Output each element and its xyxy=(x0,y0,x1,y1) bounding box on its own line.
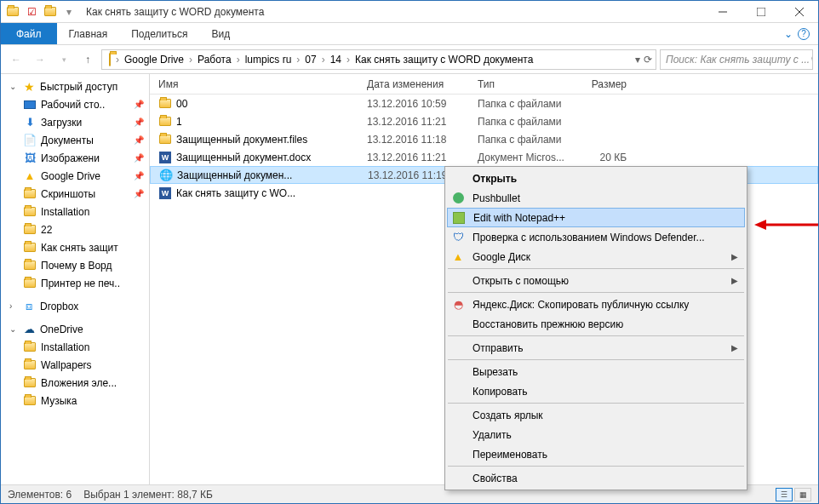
close-button[interactable] xyxy=(780,1,818,23)
tab-share[interactable]: Поделиться xyxy=(119,23,199,44)
context-menu-item[interactable]: Создать ярлык xyxy=(447,405,745,425)
sidebar-item[interactable]: Wallpapers xyxy=(1,356,149,374)
sidebar-item[interactable]: 📄 Документы 📌 xyxy=(1,131,149,149)
sidebar-item[interactable]: Рабочий сто.. 📌 xyxy=(1,95,149,113)
sidebar-onedrive[interactable]: ⌄ ☁ OneDrive xyxy=(1,320,149,338)
file-row[interactable]: WЗащищенный документ.docx 13.12.2016 11:… xyxy=(150,148,818,166)
menu-item-label: Открыть с помощью xyxy=(472,275,724,287)
chevron-right-icon[interactable]: › xyxy=(320,54,327,66)
svg-marker-5 xyxy=(754,220,766,230)
ribbon-expand-button[interactable]: ⌄ ? xyxy=(776,23,818,44)
properties-icon[interactable]: ☑ xyxy=(23,3,40,20)
sidebar-item[interactable]: ▲ Google Drive 📌 xyxy=(1,167,149,185)
qat-dropdown-icon[interactable]: ▾ xyxy=(60,3,77,20)
breadcrumb-segment[interactable]: Google Drive xyxy=(121,54,187,66)
sidebar-item[interactable]: Принтер не печ.. xyxy=(1,274,149,292)
chevron-down-icon[interactable]: ⌄ xyxy=(9,324,18,334)
breadcrumb-segment[interactable]: Работа xyxy=(194,54,235,66)
context-menu-item[interactable]: Восстановить прежнюю версию xyxy=(447,314,745,334)
sidebar-item-label: Рабочий сто.. xyxy=(41,99,105,111)
breadcrumb-segment[interactable]: 14 xyxy=(327,54,345,66)
menu-item-label: Удалить xyxy=(472,429,738,441)
pin-icon: 📌 xyxy=(134,153,144,163)
file-row[interactable]: 1 13.12.2016 11:21 Папка с файлами xyxy=(150,112,818,130)
folder-icon xyxy=(23,205,37,219)
context-menu-item[interactable]: Открыть с помощью ▶ xyxy=(447,271,745,290)
column-size[interactable]: Размер xyxy=(576,78,635,90)
context-menu-item[interactable]: Открыть xyxy=(447,169,745,188)
blank-icon xyxy=(450,447,466,462)
context-menu-item[interactable]: Pushbullet xyxy=(447,188,745,208)
file-size: 20 КБ xyxy=(576,152,635,163)
context-menu-item[interactable]: Копировать xyxy=(447,381,745,401)
chevron-right-icon[interactable]: › xyxy=(114,54,121,66)
nav-up-button[interactable]: ↑ xyxy=(77,49,98,70)
context-menu-item[interactable]: 🛡 Проверка с использованием Windows Defe… xyxy=(447,227,745,247)
sidebar-dropbox[interactable]: › ⧈ Dropbox xyxy=(1,297,149,315)
sidebar-item[interactable]: ⬇ Загрузки 📌 xyxy=(1,113,149,131)
tab-view[interactable]: Вид xyxy=(199,23,242,44)
chevron-right-icon[interactable]: › xyxy=(345,54,352,66)
context-menu-item[interactable]: Переименовать xyxy=(447,444,745,464)
context-menu-item[interactable]: Отправить ▶ xyxy=(447,338,745,358)
column-name[interactable]: Имя xyxy=(150,78,367,90)
file-row[interactable]: Защищенный документ.files 13.12.2016 11:… xyxy=(150,130,818,148)
search-input[interactable]: Поиск: Как снять защиту с ... 🔍 xyxy=(660,49,813,70)
sidebar-item[interactable]: Как снять защит xyxy=(1,238,149,256)
column-type[interactable]: Тип xyxy=(478,78,576,90)
minimize-button[interactable] xyxy=(703,1,742,23)
menu-item-label: Google Диск xyxy=(472,251,724,263)
details-view-button[interactable]: ☰ xyxy=(776,488,793,501)
context-menu-item[interactable]: ▲ Google Диск ▶ xyxy=(447,247,745,266)
sidebar-item[interactable]: Вложения эле... xyxy=(1,374,149,392)
breadcrumb[interactable]: › Google Drive › Работа › lumpics ru › 0… xyxy=(101,49,656,70)
sidebar-item[interactable]: Почему в Ворд xyxy=(1,256,149,274)
sidebar-quick-access[interactable]: ⌄ ★ Быстрый доступ xyxy=(1,77,149,95)
context-menu-item[interactable]: Вырезать xyxy=(447,362,745,381)
maximize-button[interactable] xyxy=(742,1,780,23)
context-menu-item[interactable]: ◓ Яндекс.Диск: Скопировать публичную ссы… xyxy=(447,295,745,314)
tab-home[interactable]: Главная xyxy=(57,23,120,44)
context-menu-item[interactable]: Edit with Notepad++ xyxy=(447,208,745,227)
sidebar-item[interactable]: Installation xyxy=(1,203,149,220)
context-menu-item[interactable]: Удалить xyxy=(447,425,745,444)
nav-back-button[interactable]: ← xyxy=(6,49,26,70)
breadcrumb-segment[interactable]: 07 xyxy=(301,54,319,66)
chevron-right-icon[interactable]: › xyxy=(295,54,301,66)
file-row[interactable]: 00 13.12.2016 10:59 Папка с файлами xyxy=(150,94,818,112)
menu-item-label: Восстановить прежнюю версию xyxy=(472,318,738,330)
breadcrumb-dropdown-icon[interactable]: ▾ xyxy=(635,54,640,66)
folder-icon xyxy=(23,341,37,354)
sidebar-item[interactable]: Музыка xyxy=(1,392,149,410)
gdrive-icon: ▲ xyxy=(23,169,37,183)
sidebar-item[interactable]: 🖼 Изображени 📌 xyxy=(1,149,149,167)
sidebar-item[interactable]: Installation xyxy=(1,338,149,356)
pin-icon: 📌 xyxy=(134,117,144,127)
chevron-right-icon[interactable]: › xyxy=(187,54,194,66)
large-icons-view-button[interactable]: ▦ xyxy=(794,488,811,501)
blank-icon xyxy=(450,384,466,399)
breadcrumb-segment[interactable]: Как снять защиту с WORD документа xyxy=(352,54,536,66)
title-bar: ☑ ▾ Как снять защиту с WORD документа xyxy=(1,1,818,23)
new-folder-icon[interactable] xyxy=(42,3,59,20)
status-item-count: Элементов: 6 xyxy=(8,489,72,501)
file-tab[interactable]: Файл xyxy=(1,23,57,44)
search-icon[interactable]: 🔍 xyxy=(810,54,813,66)
sidebar-item-label: Вложения эле... xyxy=(41,377,117,389)
chevron-right-icon[interactable]: › xyxy=(235,54,242,66)
chevron-right-icon[interactable]: › xyxy=(9,301,18,311)
chevron-down-icon[interactable]: ⌄ xyxy=(9,82,18,91)
sidebar-item-label: Installation xyxy=(41,341,89,353)
blank-icon xyxy=(450,341,466,356)
blank-icon xyxy=(450,317,466,332)
menu-item-label: Переименовать xyxy=(472,449,738,461)
nav-history-dropdown[interactable]: ▾ xyxy=(54,49,74,70)
sidebar-item[interactable]: Скриншоты 📌 xyxy=(1,185,149,203)
nav-forward-button[interactable]: → xyxy=(30,49,50,70)
column-date[interactable]: Дата изменения xyxy=(367,78,478,90)
context-menu-item[interactable]: Свойства xyxy=(447,468,745,488)
sidebar-item[interactable]: 22 xyxy=(1,220,149,238)
folder-icon[interactable] xyxy=(4,3,21,20)
refresh-button[interactable]: ⟳ xyxy=(644,54,652,66)
breadcrumb-segment[interactable]: lumpics ru xyxy=(242,54,295,66)
